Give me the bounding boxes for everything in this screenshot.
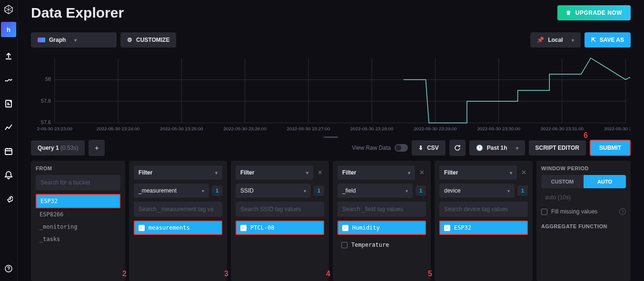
svg-text:2022-05-30 23:31:00: 2022-05-30 23:31:00 xyxy=(541,126,584,131)
svg-text:2022-05-30 23:32:00: 2022-05-30 23:32:00 xyxy=(604,126,630,131)
annotation-2: 2 xyxy=(122,270,127,278)
save-as-button[interactable]: ⇱ SAVE AS xyxy=(585,32,631,48)
bucket-item[interactable]: _monitoring xyxy=(36,221,120,233)
crown-icon: ♛ xyxy=(566,10,572,16)
svg-text:2022-05-30 23:27:00: 2022-05-30 23:27:00 xyxy=(287,126,330,131)
tag-key-dropdown[interactable]: device▾ xyxy=(439,184,515,198)
close-icon[interactable]: × xyxy=(316,168,324,177)
filter-type-dropdown[interactable]: Filter▾ xyxy=(439,165,517,180)
settings-icon[interactable] xyxy=(0,190,17,207)
tag-count: 1 xyxy=(416,185,426,196)
clock-icon: 🕐 xyxy=(476,145,483,151)
filter-type-dropdown[interactable]: Filter▾ xyxy=(134,165,222,180)
org-avatar[interactable]: h xyxy=(1,22,16,37)
auto-period-value: auto (10s) xyxy=(541,192,626,203)
script-editor-button[interactable]: SCRIPT EDITOR xyxy=(529,140,586,155)
dashboards-icon[interactable] xyxy=(0,119,17,136)
page-title: Data Explorer xyxy=(31,5,124,21)
upload-icon[interactable] xyxy=(0,48,17,65)
page-header: Data Explorer ♛ UPGRADE NOW xyxy=(31,5,631,21)
time-range-dropdown[interactable]: 🕐 Past 1h xyxy=(469,140,525,155)
tag-value-item[interactable]: ✓Humidity xyxy=(337,221,426,235)
auto-period-button[interactable]: AUTO xyxy=(584,175,626,188)
tag-key-dropdown[interactable]: _measurement▾ xyxy=(134,184,209,198)
svg-text:2022-05-30 23:24:00: 2022-05-30 23:24:00 xyxy=(97,126,140,131)
graph-type-icon xyxy=(38,38,45,42)
fill-missing-checkbox[interactable] xyxy=(541,209,547,215)
query-toolbar: Query 1 (0.53s) + View Raw Data ⬇ CSV 🕐 … xyxy=(31,140,631,156)
tag-count: 1 xyxy=(314,185,324,196)
bucket-search-input[interactable] xyxy=(36,175,120,190)
submit-button[interactable]: SUBMIT xyxy=(590,140,631,156)
tag-value-item[interactable]: ✓PTCL-08 xyxy=(236,221,324,235)
bucket-item[interactable]: ESP32 xyxy=(36,194,120,208)
tag-value-item[interactable]: Temperature xyxy=(337,239,426,251)
bucket-item[interactable]: ESP8266 xyxy=(36,208,120,221)
svg-rect-5 xyxy=(5,149,12,155)
checkbox-icon: ✓ xyxy=(139,225,145,231)
custom-period-button[interactable]: CUSTOM xyxy=(541,175,584,188)
tag-key-dropdown[interactable]: _field▾ xyxy=(337,184,413,198)
timezone-dropdown[interactable]: 📌 Local xyxy=(530,32,580,48)
gear-icon: ⚙ xyxy=(127,37,132,43)
info-icon[interactable]: ? xyxy=(619,208,626,215)
window-period-toggle: CUSTOM AUTO xyxy=(541,175,626,188)
tag-count: 1 xyxy=(517,185,528,196)
query-tab[interactable]: Query 1 (0.53s) xyxy=(31,140,85,155)
tag-search-input[interactable] xyxy=(337,202,426,217)
svg-text:2022-05-30 23:25:00: 2022-05-30 23:25:00 xyxy=(160,126,203,131)
annotation-6: 6 xyxy=(584,131,588,140)
filter-type-dropdown[interactable]: Filter▾ xyxy=(337,165,415,180)
raw-data-toggle[interactable] xyxy=(395,144,408,152)
notebook-icon[interactable] xyxy=(0,95,17,112)
tag-search-input[interactable] xyxy=(134,202,222,217)
line-chart: 5857.857.62-05-30 23:23:002022-05-30 23:… xyxy=(31,54,630,134)
filter-panel: Filter▾_measurement▾12✓measurements xyxy=(129,161,227,281)
svg-text:2022-05-30 23:30:00: 2022-05-30 23:30:00 xyxy=(477,126,520,131)
svg-text:2022-05-30 23:29:00: 2022-05-30 23:29:00 xyxy=(414,126,457,131)
filter-panel: Filter▾×device▾15✓ESP32 xyxy=(435,161,533,281)
tag-search-input[interactable] xyxy=(439,202,528,217)
annotation-4: 4 xyxy=(326,270,330,278)
tag-value-item[interactable]: ✓ESP32 xyxy=(439,221,528,235)
svg-text:2022-05-30 23:26:00: 2022-05-30 23:26:00 xyxy=(223,126,267,131)
checkbox-icon xyxy=(341,242,347,248)
csv-button[interactable]: ⬇ CSV xyxy=(412,140,446,155)
customize-button[interactable]: ⚙ CUSTOMIZE xyxy=(120,32,176,48)
alerts-icon[interactable] xyxy=(0,166,17,184)
app-logo-icon[interactable] xyxy=(3,4,14,15)
chart-canvas: 5857.857.62-05-30 23:23:002022-05-30 23:… xyxy=(31,53,631,134)
svg-text:57.6: 57.6 xyxy=(41,119,51,125)
tag-key-dropdown[interactable]: SSID▾ xyxy=(236,184,311,198)
chart-toolbar: Graph ⚙ CUSTOMIZE 📌 Local ⇱ SAVE AS xyxy=(31,32,631,48)
refresh-button[interactable] xyxy=(449,140,466,156)
resize-handle[interactable] xyxy=(31,134,631,140)
from-label: FROM xyxy=(36,165,120,171)
annotation-5: 5 xyxy=(428,270,432,278)
close-icon[interactable]: × xyxy=(418,168,426,177)
checkbox-icon: ✓ xyxy=(444,225,450,231)
filter-type-dropdown[interactable]: Filter▾ xyxy=(236,165,313,180)
svg-text:2-05-30 23:23:00: 2-05-30 23:23:00 xyxy=(37,126,73,131)
add-query-button[interactable]: + xyxy=(89,140,105,156)
view-type-dropdown[interactable]: Graph xyxy=(31,32,117,48)
checkbox-icon: ✓ xyxy=(240,225,247,231)
tag-value-item[interactable]: ✓measurements xyxy=(134,221,222,235)
filter-panel: Filter▾×_field▾14✓HumidityTemperature xyxy=(333,161,431,281)
aggregate-panel: WINDOW PERIOD CUSTOM AUTO auto (10s) Fil… xyxy=(536,161,631,281)
tasks-icon[interactable] xyxy=(0,143,17,160)
window-period-label: WINDOW PERIOD xyxy=(541,165,626,171)
explore-icon[interactable] xyxy=(0,71,17,88)
bucket-item[interactable]: _tasks xyxy=(36,233,120,245)
svg-text:58: 58 xyxy=(45,76,51,82)
annotation-3: 3 xyxy=(224,270,228,278)
main-content: Data Explorer ♛ UPGRADE NOW Graph ⚙ CUST… xyxy=(18,0,644,281)
upgrade-button[interactable]: ♛ UPGRADE NOW xyxy=(557,5,631,20)
export-icon: ⇱ xyxy=(591,37,596,43)
tag-search-input[interactable] xyxy=(236,202,324,217)
close-icon[interactable]: × xyxy=(520,168,528,177)
tag-count: 1 xyxy=(212,185,222,196)
svg-text:57.8: 57.8 xyxy=(41,98,51,104)
from-panel: 1 FROM ESP32ESP8266_monitoring_tasks xyxy=(31,161,125,281)
help-icon[interactable] xyxy=(0,260,17,277)
